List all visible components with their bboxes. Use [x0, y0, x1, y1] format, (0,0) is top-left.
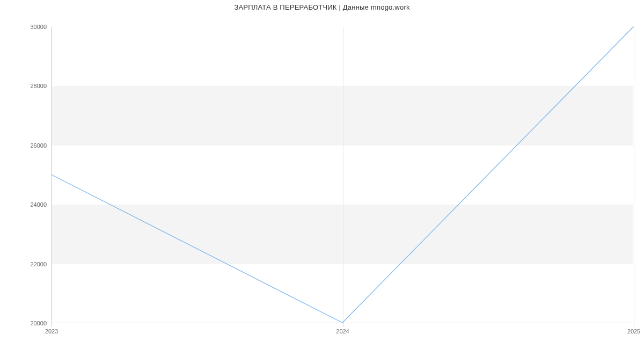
line-series[interactable] [52, 27, 633, 323]
plot-area[interactable]: 20000 22000 24000 26000 28000 30000 2023… [51, 27, 633, 323]
y-axis-tick: 22000 [30, 261, 52, 267]
x-axis-tick: 2024 [336, 323, 349, 335]
y-axis-tick: 24000 [30, 201, 52, 208]
gridline-x [634, 27, 634, 323]
x-axis-tick: 2023 [45, 323, 58, 335]
x-axis-tick: 2025 [627, 323, 640, 335]
chart-container: ЗАРПЛАТА В ПЕРЕРАБОТЧИК | Данные mnogo.w… [0, 0, 644, 349]
chart-title: ЗАРПЛАТА В ПЕРЕРАБОТЧИК | Данные mnogo.w… [0, 3, 644, 11]
y-axis-tick: 30000 [30, 24, 52, 30]
y-axis-tick: 28000 [30, 83, 52, 89]
y-axis-tick: 26000 [30, 142, 52, 149]
